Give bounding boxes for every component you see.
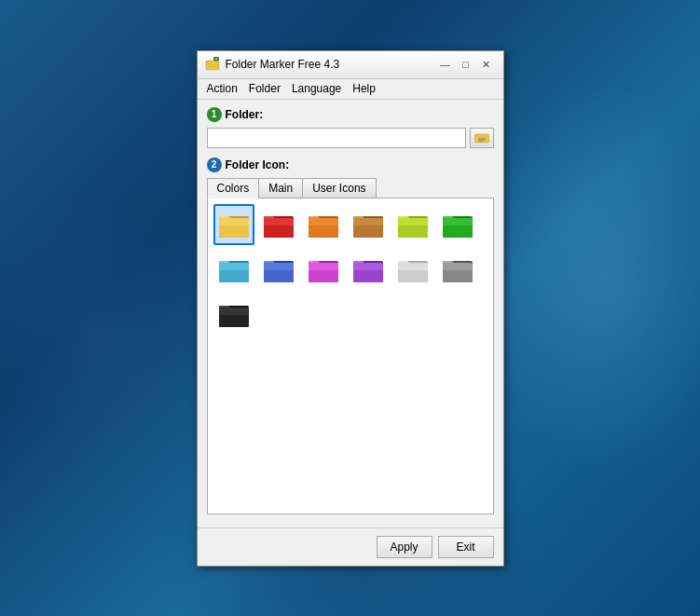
folder-icon-magenta[interactable] — [303, 249, 344, 290]
folder-label: Folder: — [226, 108, 264, 121]
browse-button[interactable] — [470, 128, 494, 148]
tabs-container: Colors Main User Icons — [207, 178, 494, 514]
svg-rect-38 — [398, 263, 428, 270]
folder-icon-red[interactable] — [258, 204, 299, 245]
folder-section-header: 1 Folder: — [207, 107, 494, 122]
svg-rect-41 — [443, 263, 473, 270]
menu-item-help[interactable]: Help — [347, 80, 381, 97]
folder-icon-yellow[interactable] — [213, 204, 254, 245]
window-title: Folder Marker Free 4.3 — [226, 58, 436, 71]
svg-rect-23 — [443, 218, 473, 226]
icons-panel — [207, 198, 494, 514]
folder-icon-white[interactable] — [392, 249, 433, 290]
tab-main[interactable]: Main — [258, 178, 303, 198]
main-window: ! Folder Marker Free 4.3 — □ ✕ ActionFol… — [197, 50, 504, 567]
close-button[interactable]: ✕ — [477, 55, 496, 74]
menu-item-folder[interactable]: Folder — [243, 80, 286, 97]
folder-icon-black[interactable] — [213, 294, 254, 335]
title-buttons: — □ ✕ — [436, 55, 496, 74]
exit-button[interactable]: Exit — [438, 536, 494, 558]
folder-icon-gray[interactable] — [437, 249, 478, 290]
minimize-button[interactable]: — — [436, 55, 455, 74]
svg-rect-8 — [219, 218, 249, 226]
folder-icon-orange[interactable] — [303, 204, 344, 245]
svg-rect-26 — [219, 263, 249, 270]
folder-icon-blue[interactable] — [258, 249, 299, 290]
svg-rect-44 — [219, 308, 249, 315]
folder-icon-brown[interactable] — [348, 204, 389, 245]
folder-icon-section-number: 2 — [207, 157, 222, 172]
bottom-bar: Apply Exit — [198, 527, 503, 566]
folder-icon-purple[interactable] — [348, 249, 389, 290]
folder-icon-section-header: 2 Folder Icon: — [207, 157, 494, 172]
svg-rect-14 — [309, 218, 338, 226]
svg-rect-35 — [353, 263, 383, 270]
apply-button[interactable]: Apply — [377, 536, 432, 558]
svg-rect-11 — [264, 218, 294, 226]
content-area: 1 Folder: 2 Folder Icon: Colors M — [198, 100, 503, 527]
folder-icon-lime[interactable] — [392, 204, 433, 245]
svg-rect-20 — [398, 218, 428, 226]
tabs: Colors Main User Icons — [207, 178, 494, 198]
folder-input-row — [207, 128, 494, 148]
svg-rect-29 — [264, 263, 294, 270]
svg-rect-0 — [206, 61, 219, 70]
folder-path-input[interactable] — [207, 128, 466, 148]
title-bar: ! Folder Marker Free 4.3 — □ ✕ — [198, 51, 503, 79]
icons-grid — [213, 204, 487, 335]
tab-colors[interactable]: Colors — [207, 178, 260, 198]
menu-item-action[interactable]: Action — [201, 80, 243, 97]
maximize-button[interactable]: □ — [457, 55, 475, 74]
folder-icon-label: Folder Icon: — [226, 158, 290, 171]
svg-rect-17 — [353, 218, 383, 226]
app-icon: ! — [205, 57, 220, 72]
folder-section-number: 1 — [207, 107, 222, 122]
menu-item-language[interactable]: Language — [286, 80, 347, 97]
folder-icon-green[interactable] — [437, 204, 478, 245]
menu-bar: ActionFolderLanguageHelp — [198, 79, 503, 100]
tab-user-icons[interactable]: User Icons — [302, 178, 376, 198]
svg-rect-32 — [309, 263, 338, 270]
folder-icon-cyan[interactable] — [213, 249, 254, 290]
